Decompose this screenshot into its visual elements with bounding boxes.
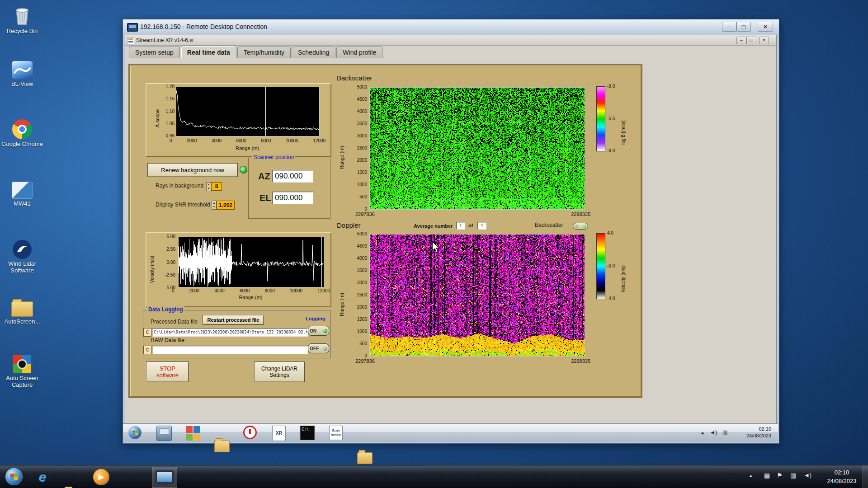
tick-label: 4000 [214,288,224,293]
remote-taskbar-xr-vi-icon[interactable]: XR [272,426,286,441]
processed-data-file-label: Processed Data file [151,319,198,325]
rdp-close-button[interactable]: ✕ [758,22,773,32]
remote-hidden-icons-arrow[interactable]: ◂ [701,430,703,436]
app-titlebar[interactable]: StreamLine XR v14-6.vi ─ ▢ ✕ [125,35,776,46]
raw-logging-toggle[interactable]: OFF [308,343,329,353]
tick-label: 2500 [357,292,367,297]
snr-spinner[interactable]: ▲▼ [212,201,217,210]
renew-background-button[interactable]: Renew background now [147,163,238,177]
tick-label: 2000 [187,138,197,143]
host-tray-keyboard-icon[interactable]: ▤ [764,472,770,479]
host-clock[interactable]: 02:10 24/08/2023 [822,469,862,486]
processed-path-field[interactable]: C:\Lidar\Data\Proc\2023\202308\20230824\… [152,328,308,337]
remote-taskbar-terminal-icon[interactable]: C:\ [300,426,315,440]
host-hidden-icons-arrow[interactable]: ▴ [750,473,752,479]
az-value-field[interactable]: 090.000 [272,170,313,183]
rdp-titlebar[interactable]: 192.168.0.150 - Remote Desktop Connectio… [123,19,779,35]
remote-taskbar-power-app-icon[interactable] [243,426,257,439]
tick-label: 2000 [357,305,367,310]
remote-taskbar-folder-app-icon[interactable] [214,441,230,452]
rdp-minimize-button[interactable]: ─ [722,22,736,32]
desktop-icon-bl-view[interactable]: BL-View [1,61,43,88]
remote-network-icon[interactable]: ▥ [722,429,727,436]
tick-label: -3.0 [607,84,615,89]
tab-system-setup[interactable]: System setup [129,47,180,58]
mw41-icon [12,182,33,199]
raw-drive-selector[interactable]: C [143,346,151,354]
tick-label: 12000 [313,138,326,143]
remote-taskbar-explorer-folder-icon[interactable] [357,452,373,464]
app-window-title: StreamLine XR v14-6.vi [136,37,193,43]
toggle-led [583,225,586,228]
tick-label: 1.20 [166,84,175,89]
remote-taskbar-grid-app-icon[interactable] [185,426,201,441]
ie-e-glyph: e [39,469,47,484]
ascope-ylabel: A-scope [155,96,160,127]
remote-clock[interactable]: 02:10 24/08/2023 [737,426,771,440]
app-close-button[interactable]: ✕ [759,37,769,44]
backscatter-toggle[interactable] [573,223,588,230]
tick-label: 2297836 [355,358,375,364]
tab-wind-profile[interactable]: Wind profile [336,47,382,58]
host-taskbar-internet-explorer-icon[interactable]: e [34,469,51,485]
host-tray-volume-icon[interactable]: ◄) [804,472,811,479]
scanner-position-group: Scanner position [248,158,330,219]
tick-label: 8000 [261,138,271,143]
desktop-icon-mw41[interactable]: MW41 [1,182,43,207]
windows-flag-icon [10,474,18,480]
rays-spinner[interactable]: ▲▼ [206,182,211,191]
host-taskbar-remote-desktop-icon-active[interactable] [152,467,177,488]
tab-real-time-data[interactable]: Real time data [181,46,236,58]
tick-label: 1000 [357,329,367,334]
desktop-icon-wind-lidar[interactable]: Wind Lidar Software [1,240,43,274]
play-glyph: ▶ [98,473,104,481]
toggle-label: OFF [310,346,319,351]
desktop-icon-google-chrome[interactable]: Google Chrome [1,119,43,148]
tick-label: 2000 [357,158,367,163]
desktop-icon-label: Google Chrome [1,141,43,147]
app-tab-bar: System setupReal time dataTemp/humidityS… [129,46,771,58]
average-total-field[interactable]: 1 [477,222,486,230]
rays-value-field[interactable]: 8 [211,182,222,191]
raw-path-field[interactable] [152,346,308,354]
host-tray-action-center-icon[interactable]: ⚑ [777,472,783,479]
bl-view-icon [12,61,33,79]
el-value-field[interactable]: 090.000 [272,192,313,204]
desktop-icon-recycle-bin[interactable]: Recycle Bin [1,5,43,35]
remote-start-button[interactable] [128,426,142,439]
tick-label: 6000 [236,138,246,143]
tick-label: 10000 [290,288,302,293]
tick-label: 8000 [265,288,275,293]
scan-icon-text: sched [330,433,342,437]
tick-label: 4.0 [607,230,613,235]
change-button-line1: Change LiDAR [257,366,302,372]
tick-label: 0.00 [167,260,175,265]
remote-volume-icon[interactable]: ◄) [710,429,717,436]
restart-processed-file-button[interactable]: Restart processed file [203,315,264,325]
stop-software-button[interactable]: STOP software [146,361,189,382]
tab-temp-humidity[interactable]: Temp/humidity [237,47,291,58]
tab-label: Temp/humidity [244,49,284,56]
desktop-icon-autoscreen[interactable]: AutoScreen... [1,298,43,325]
app-restore-button[interactable]: ▢ [746,37,756,44]
host-start-button[interactable] [5,468,23,485]
velocity-xticks: 020004000600080001000012000 [172,288,330,293]
change-button-line2: Settings [257,372,302,378]
change-lidar-settings-button[interactable]: Change LiDAR Settings [254,361,305,382]
host-taskbar-media-player-icon[interactable]: ▶ [93,469,109,485]
processed-drive-selector[interactable]: C [143,328,151,337]
average-number-field[interactable]: 1 [456,222,465,230]
remote-taskbar-scan-scheduler-icon[interactable]: Scan sched [329,426,343,440]
remote-taskbar-window-app-icon[interactable] [156,426,172,441]
desktop-icon-label: Recycle Bin [7,28,38,34]
doppler-ylabel: Range (m) [339,276,344,316]
show-desktop-button[interactable] [863,465,868,488]
app-minimize-button[interactable]: ─ [736,37,746,44]
tab-scheduling[interactable]: Scheduling [292,47,335,58]
tick-label: 5.00 [167,234,175,239]
desktop-icon-auto-screen-capture[interactable]: Auto Screen Capture [1,355,43,389]
snr-value-field[interactable]: 1.002 [217,201,235,210]
host-tray-network-icon[interactable]: ▥ [790,472,796,479]
processed-logging-toggle[interactable]: ON [308,326,329,336]
rdp-maximize-button[interactable]: ▢ [736,22,751,32]
